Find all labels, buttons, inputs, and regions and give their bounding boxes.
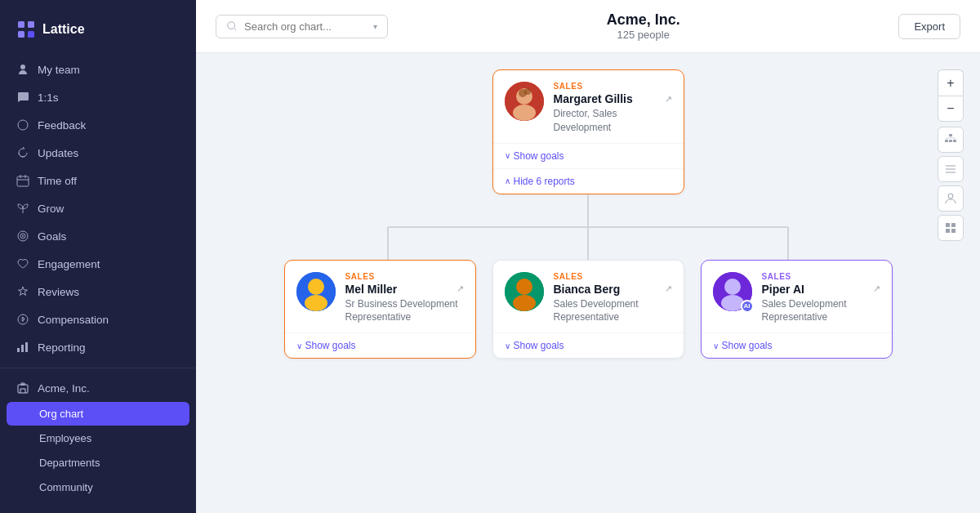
hierarchy-icon	[944, 133, 957, 146]
show-goals-footer[interactable]: ∨ Show goals	[493, 143, 684, 168]
sidebar-item-label: Reporting	[38, 341, 86, 354]
star-icon	[16, 285, 29, 298]
sidebar-item-reviews[interactable]: Reviews	[0, 278, 196, 306]
child-bianca-berg: SALES Bianca Berg ↗ Sales Development Re…	[492, 260, 684, 359]
sidebar-item-label: 1:1s	[38, 91, 59, 104]
sidebar-item-employees[interactable]: Employees	[7, 426, 189, 450]
svg-point-19	[948, 194, 953, 199]
profile-link-icon[interactable]: ↗	[873, 283, 880, 294]
hide-reports-footer[interactable]: ∧ Hide 6 reports	[493, 168, 684, 194]
search-chevron-icon: ▾	[373, 22, 377, 31]
sub-nav-label: Org chart	[39, 408, 83, 420]
org-title: Acme, Inc. 125 people	[607, 11, 680, 41]
chevron-down-icon: ∨	[296, 341, 302, 350]
svg-rect-10	[17, 348, 20, 352]
svg-point-4	[18, 120, 28, 130]
dept-label: SALES	[345, 272, 464, 281]
sidebar-item-label: Compensation	[38, 314, 109, 326]
name-row: Bianca Berg ↗	[554, 283, 672, 296]
name-row: Mel Miller ↗	[345, 283, 464, 296]
search-input[interactable]	[244, 20, 367, 33]
show-goals-footer[interactable]: ∨ Show goals	[285, 332, 475, 358]
sub-nav-label: Employees	[39, 432, 91, 444]
zoom-in-button[interactable]: +	[938, 69, 964, 96]
card-info: SALES Bianca Berg ↗ Sales Development Re…	[554, 272, 672, 325]
hide-reports-label: Hide 6 reports	[514, 176, 575, 187]
person-title: Sales Development Representative	[554, 297, 672, 325]
section-acme-header[interactable]: Acme, Inc.	[0, 375, 196, 401]
profile-link-icon[interactable]: ↗	[457, 283, 464, 294]
card-info: SALES Margaret Gillis ↗ Director, Sales …	[554, 82, 672, 135]
export-button[interactable]: Export	[898, 14, 960, 39]
hierarchy-view-button[interactable]	[938, 127, 964, 153]
person-name: Margaret Gillis	[554, 92, 633, 105]
sidebar-item-label: Time off	[38, 175, 77, 187]
sidebar-item-updates[interactable]: Updates	[0, 139, 196, 167]
people-count: 125 people	[607, 29, 680, 41]
card-body: SALES Mel Miller ↗ Sr Business Developme…	[285, 261, 475, 333]
profile-link-icon[interactable]: ↗	[665, 94, 672, 105]
avatar-image	[296, 272, 336, 311]
chevron-up-icon: ∧	[505, 176, 510, 185]
zoom-out-button[interactable]: −	[938, 96, 964, 122]
sidebar-item-engagement[interactable]: Engagement	[0, 250, 196, 278]
card-info: SALES Mel Miller ↗ Sr Business Developme…	[345, 272, 464, 325]
org-card-bianca-berg: SALES Bianca Berg ↗ Sales Development Re…	[492, 260, 684, 359]
show-goals-footer[interactable]: ∨ Show goals	[493, 332, 684, 358]
svg-rect-17	[949, 140, 952, 142]
sidebar-item-community[interactable]: Community	[7, 475, 189, 499]
svg-point-26	[513, 105, 536, 121]
sub-navigation: Org chart Employees Departments Communit…	[0, 402, 196, 499]
sidebar-item-departments[interactable]: Departments	[7, 451, 189, 475]
sidebar-item-one-on-ones[interactable]: 1:1s	[0, 83, 196, 111]
sidebar-item-org-chart[interactable]: Org chart	[7, 402, 189, 426]
search-bar[interactable]: ▾	[216, 15, 388, 38]
person-view-button[interactable]	[938, 185, 964, 212]
sidebar-item-time-off[interactable]: Time off	[0, 167, 196, 194]
calendar-icon	[16, 174, 29, 187]
chat-icon	[16, 91, 29, 104]
ai-badge: AI	[741, 300, 754, 313]
view-controls	[938, 127, 964, 241]
svg-rect-1	[28, 21, 34, 28]
child-mel-miller: SALES Mel Miller ↗ Sr Business Developme…	[284, 260, 476, 359]
person-title: Sales Development Representative	[762, 297, 880, 325]
name-row: Margaret Gillis ↗	[554, 92, 672, 105]
sidebar-item-label: Engagement	[38, 258, 100, 270]
person-title: Sr Business Development Representative	[345, 297, 464, 325]
list-view-button[interactable]	[938, 156, 964, 182]
person-title: Director, Sales Development	[554, 107, 672, 135]
sidebar-item-goals[interactable]: Goals	[0, 222, 196, 250]
svg-rect-23	[951, 229, 956, 233]
target-icon	[16, 230, 29, 243]
svg-rect-2	[18, 31, 24, 38]
sidebar-item-my-team[interactable]: My team	[0, 56, 196, 83]
sidebar-item-label: Reviews	[38, 286, 79, 298]
sidebar-item-feedback[interactable]: Feedback	[0, 111, 196, 139]
sidebar-item-grow[interactable]: Grow	[0, 194, 196, 222]
zoom-controls: + −	[938, 69, 964, 122]
show-goals-footer[interactable]: ∨ Show goals	[702, 332, 892, 358]
sidebar-item-compensation[interactable]: Compensation	[0, 306, 196, 333]
svg-rect-18	[953, 140, 956, 142]
svg-rect-22	[946, 229, 950, 233]
sidebar-item-label: Feedback	[38, 119, 86, 132]
dept-label: SALES	[554, 272, 672, 281]
org-card-mel-miller: SALES Mel Miller ↗ Sr Business Developme…	[284, 260, 476, 359]
grid-view-button[interactable]	[938, 215, 964, 241]
svg-rect-11	[21, 345, 24, 352]
show-goals-label: Show goals	[514, 150, 564, 162]
profile-link-icon[interactable]: ↗	[665, 283, 672, 294]
svg-rect-3	[28, 31, 34, 38]
org-chart-area: + −	[196, 53, 980, 513]
svg-point-38	[516, 279, 532, 295]
avatar-image	[505, 272, 544, 311]
sidebar-item-label: My team	[38, 64, 80, 76]
svg-rect-12	[25, 342, 28, 352]
connector-svg	[290, 194, 886, 260]
sidebar-item-reporting[interactable]: Reporting	[0, 333, 196, 361]
svg-point-8	[22, 235, 24, 237]
svg-point-36	[305, 295, 327, 311]
person-name: Bianca Berg	[554, 283, 621, 296]
lattice-logo-icon	[16, 20, 36, 39]
